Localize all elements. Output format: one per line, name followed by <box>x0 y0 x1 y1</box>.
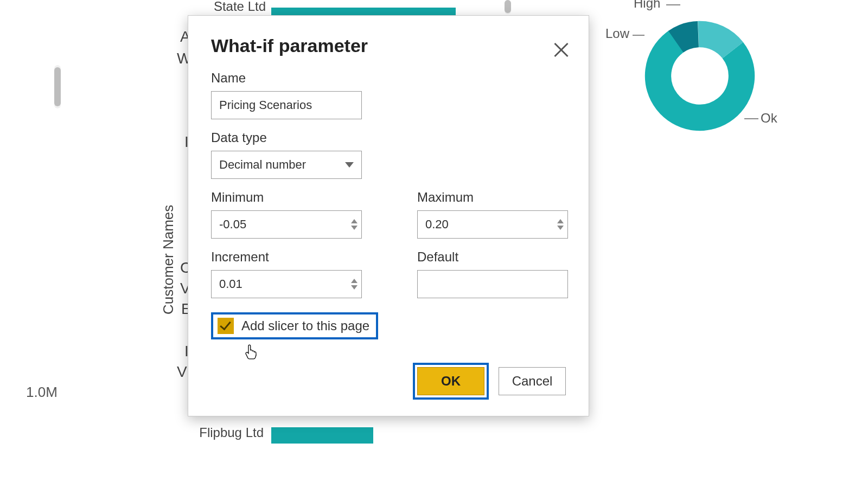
maximum-step-up[interactable] <box>557 219 564 223</box>
maximum-step-down[interactable] <box>557 226 564 230</box>
scrollbar-thumb-left[interactable] <box>54 67 61 106</box>
add-slicer-label: Add slicer to this page <box>241 318 369 333</box>
increment-step-up[interactable] <box>351 279 358 283</box>
increment-step-down[interactable] <box>351 285 358 290</box>
report-canvas: State Ltd Flipbug Ltd A W I C V E I V Cu… <box>0 0 868 488</box>
bar-label-state: State Ltd <box>201 0 266 14</box>
axis-title-customers: Customer Names <box>160 205 177 314</box>
donut-tick-high <box>666 4 680 5</box>
donut-label-low: Low <box>605 26 629 41</box>
add-slicer-checkbox[interactable] <box>218 318 234 334</box>
minimum-spinner <box>347 211 361 238</box>
ok-highlight: OK <box>413 363 489 400</box>
donut-label-high: High <box>634 0 660 11</box>
field-default: Default <box>417 249 568 298</box>
field-increment: Increment <box>211 249 362 298</box>
field-datatype: Data type Decimal number <box>211 130 566 179</box>
x-tick-1m: 1.0M <box>26 384 58 401</box>
whatif-parameter-dialog: What-if parameter Name Data type Decimal… <box>188 15 589 416</box>
dialog-buttons: OK Cancel <box>413 363 566 400</box>
ok-button[interactable]: OK <box>417 367 484 395</box>
maximum-label: Maximum <box>417 190 568 205</box>
close-icon[interactable] <box>551 40 572 61</box>
donut-chart <box>640 16 760 136</box>
scrollbar-thumb-right[interactable] <box>505 0 511 13</box>
partial-v2: V <box>177 363 187 381</box>
increment-label: Increment <box>211 249 362 265</box>
minimum-step-down[interactable] <box>351 226 358 230</box>
bar-flipbug <box>271 427 373 444</box>
chevron-down-icon <box>345 162 354 168</box>
datatype-value: Decimal number <box>219 158 306 172</box>
increment-input[interactable] <box>211 270 362 298</box>
datatype-select[interactable]: Decimal number <box>211 151 362 179</box>
datatype-label: Data type <box>211 130 566 145</box>
field-maximum: Maximum <box>417 190 568 239</box>
donut-tick-ok <box>744 118 758 119</box>
donut-tick-low <box>633 35 644 36</box>
name-input[interactable] <box>211 91 362 119</box>
maximum-input[interactable] <box>417 210 568 239</box>
minimum-step-up[interactable] <box>351 219 358 223</box>
minimum-label: Minimum <box>211 190 362 205</box>
minimum-input[interactable] <box>211 210 362 239</box>
field-name: Name <box>211 70 566 119</box>
add-slicer-row[interactable]: Add slicer to this page <box>211 312 378 339</box>
field-minimum: Minimum <box>211 190 362 239</box>
name-label: Name <box>211 70 566 86</box>
default-input[interactable] <box>417 270 568 298</box>
maximum-spinner <box>553 211 567 238</box>
bar-label-flipbug: Flipbug Ltd <box>193 425 264 440</box>
donut-label-ok: Ok <box>761 111 777 126</box>
cancel-button[interactable]: Cancel <box>499 367 566 395</box>
dialog-title: What-if parameter <box>211 35 566 56</box>
increment-spinner <box>347 271 361 298</box>
default-label: Default <box>417 249 568 265</box>
